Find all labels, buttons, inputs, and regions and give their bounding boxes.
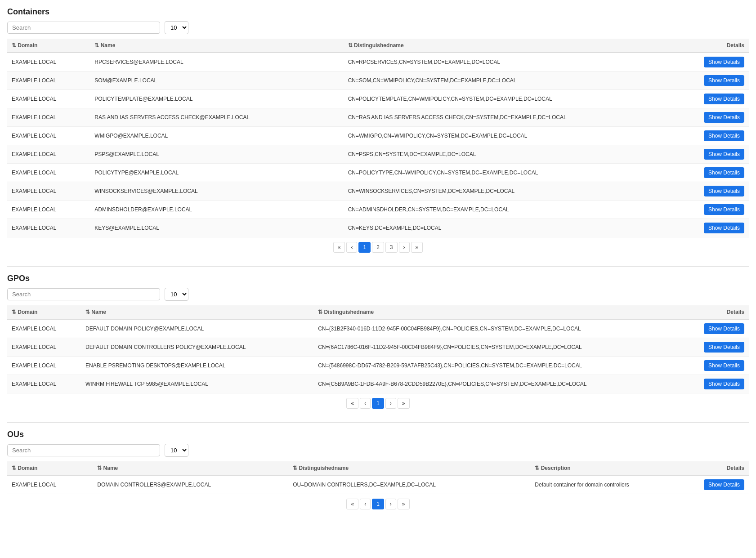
containers-controls: 10 25 50 (7, 21, 749, 34)
ous-col-dn[interactable]: ⇅ Distinguishedname (288, 461, 530, 475)
cell-domain: EXAMPLE.LOCAL (7, 145, 90, 164)
containers-page-1[interactable]: 1 (358, 242, 371, 253)
containers-section: Containers 10 25 50 ⇅ Domain ⇅ Name ⇅ Di… (7, 7, 749, 253)
ous-page-last[interactable]: » (398, 499, 410, 509)
show-details-button[interactable]: Show Details (704, 360, 744, 371)
gpos-page-1[interactable]: 1 (372, 398, 384, 409)
gpos-title: GPOs (7, 274, 749, 283)
show-details-button[interactable]: Show Details (704, 223, 744, 233)
show-details-button[interactable]: Show Details (704, 75, 744, 86)
cell-dn: CN={5486998C-DD67-4782-B209-59A7AFB25C43… (313, 357, 695, 375)
show-details-button[interactable]: Show Details (704, 112, 744, 123)
ous-page-next[interactable]: › (385, 499, 396, 509)
show-details-button[interactable]: Show Details (704, 167, 744, 178)
cell-name: KEYS@EXAMPLE.LOCAL (90, 219, 343, 237)
containers-page-2[interactable]: 2 (372, 242, 384, 253)
containers-search-input[interactable] (7, 22, 160, 34)
gpos-col-name[interactable]: ⇅ Name (81, 305, 313, 319)
table-row: EXAMPLE.LOCAL DOMAIN CONTROLLERS@EXAMPLE… (7, 475, 749, 494)
sort-icon-name: ⇅ (94, 42, 99, 49)
table-row: EXAMPLE.LOCAL RPCSERVICES@EXAMPLE.LOCAL … (7, 53, 749, 71)
ous-page-first[interactable]: « (346, 499, 358, 509)
ous-col-description[interactable]: ⇅ Description (530, 461, 695, 475)
show-details-button[interactable]: Show Details (704, 323, 744, 334)
containers-title: Containers (7, 7, 749, 17)
gpos-col-dn[interactable]: ⇅ Distinguishedname (313, 305, 695, 319)
table-row: EXAMPLE.LOCAL DEFAULT DOMAIN CONTROLLERS… (7, 338, 749, 357)
cell-details: Show Details (695, 90, 749, 108)
gpos-search-input[interactable] (7, 288, 160, 300)
show-details-button[interactable]: Show Details (704, 57, 744, 67)
ous-page-size-select[interactable]: 10 25 50 (165, 444, 188, 457)
show-details-button[interactable]: Show Details (704, 204, 744, 215)
cell-details: Show Details (695, 108, 749, 127)
cell-details: Show Details (695, 71, 749, 90)
containers-page-last[interactable]: » (411, 242, 423, 253)
cell-details: Show Details (695, 357, 749, 375)
gpos-page-prev[interactable]: ‹ (360, 398, 371, 409)
sort-icon-name-o: ⇅ (97, 465, 102, 471)
containers-page-prev[interactable]: ‹ (346, 242, 357, 253)
table-row: EXAMPLE.LOCAL ADMINSDHOLDER@EXAMPLE.LOCA… (7, 201, 749, 219)
cell-name: SOM@EXAMPLE.LOCAL (90, 71, 343, 90)
table-row: EXAMPLE.LOCAL KEYS@EXAMPLE.LOCAL CN=KEYS… (7, 219, 749, 237)
show-details-button[interactable]: Show Details (704, 379, 744, 389)
table-row: EXAMPLE.LOCAL POLICYTYPE@EXAMPLE.LOCAL C… (7, 164, 749, 182)
ous-col-name[interactable]: ⇅ Name (93, 461, 288, 475)
cell-dn: CN=KEYS,DC=EXAMPLE,DC=LOCAL (344, 219, 695, 237)
ous-controls: 10 25 50 (7, 444, 749, 457)
gpos-page-next[interactable]: › (385, 398, 396, 409)
cell-dn: CN=POLICYTEMPLATE,CN=WMIPOLICY,CN=SYSTEM… (344, 90, 695, 108)
cell-details: Show Details (695, 338, 749, 357)
cell-name: DEFAULT DOMAIN CONTROLLERS POLICY@EXAMPL… (81, 338, 313, 357)
gpos-page-last[interactable]: » (398, 398, 410, 409)
table-row: EXAMPLE.LOCAL WINSOCKSERVICES@EXAMPLE.LO… (7, 182, 749, 201)
containers-page-3[interactable]: 3 (385, 242, 398, 253)
ous-search-input[interactable] (7, 444, 160, 456)
cell-name: RPCSERVICES@EXAMPLE.LOCAL (90, 53, 343, 71)
containers-col-domain[interactable]: ⇅ Domain (7, 39, 90, 53)
cell-name: ENABLE PSREMOTING DESKTOPS@EXAMPLE.LOCAL (81, 357, 313, 375)
containers-table: ⇅ Domain ⇅ Name ⇅ Distinguishedname Deta… (7, 39, 749, 237)
show-details-button[interactable]: Show Details (704, 149, 744, 160)
cell-domain: EXAMPLE.LOCAL (7, 90, 90, 108)
sort-icon-name-g: ⇅ (85, 309, 90, 315)
show-details-button[interactable]: Show Details (704, 130, 744, 141)
gpos-controls: 10 25 50 (7, 288, 749, 301)
sort-icon-desc-o: ⇅ (535, 465, 539, 471)
show-details-button[interactable]: Show Details (704, 186, 744, 196)
gpos-page-size-select[interactable]: 10 25 50 (165, 288, 188, 301)
sort-icon-domain-g: ⇅ (12, 309, 16, 315)
containers-page-size-select[interactable]: 10 25 50 (165, 21, 188, 34)
cell-description: Default container for domain controllers (530, 475, 695, 494)
gpos-page-first[interactable]: « (346, 398, 358, 409)
show-details-button[interactable]: Show Details (704, 94, 744, 104)
cell-dn: CN=POLICYTYPE,CN=WMIPOLICY,CN=SYSTEM,DC=… (344, 164, 695, 182)
containers-col-name[interactable]: ⇅ Name (90, 39, 343, 53)
table-row: EXAMPLE.LOCAL PSPS@EXAMPLE.LOCAL CN=PSPS… (7, 145, 749, 164)
cell-name: WMIGPO@EXAMPLE.LOCAL (90, 127, 343, 145)
cell-domain: EXAMPLE.LOCAL (7, 219, 90, 237)
cell-domain: EXAMPLE.LOCAL (7, 182, 90, 201)
cell-name: WINSOCKSERVICES@EXAMPLE.LOCAL (90, 182, 343, 201)
cell-domain: EXAMPLE.LOCAL (7, 475, 93, 494)
cell-dn: CN=ADMINSDHOLDER,CN=SYSTEM,DC=EXAMPLE,DC… (344, 201, 695, 219)
show-details-button[interactable]: Show Details (704, 342, 744, 353)
sort-icon-dn-o: ⇅ (293, 465, 297, 471)
ous-page-1[interactable]: 1 (372, 499, 384, 509)
containers-page-next[interactable]: › (399, 242, 410, 253)
show-details-button[interactable]: Show Details (704, 479, 744, 490)
ous-section: OUs 10 25 50 ⇅ Domain ⇅ Name ⇅ Distingui… (7, 430, 749, 509)
cell-dn: CN=WINSOCKSERVICES,CN=SYSTEM,DC=EXAMPLE,… (344, 182, 695, 201)
ous-page-prev[interactable]: ‹ (360, 499, 371, 509)
cell-details: Show Details (695, 164, 749, 182)
cell-dn: CN={31B2F340-016D-11D2-945F-00C04FB984F9… (313, 319, 695, 338)
cell-domain: EXAMPLE.LOCAL (7, 338, 81, 357)
ous-col-domain[interactable]: ⇅ Domain (7, 461, 93, 475)
containers-pagination: « ‹ 1 2 3 › » (7, 242, 749, 253)
containers-page-first[interactable]: « (333, 242, 345, 253)
gpos-col-domain[interactable]: ⇅ Domain (7, 305, 81, 319)
cell-domain: EXAMPLE.LOCAL (7, 127, 90, 145)
containers-col-dn[interactable]: ⇅ Distinguishedname (344, 39, 695, 53)
cell-details: Show Details (695, 375, 749, 393)
